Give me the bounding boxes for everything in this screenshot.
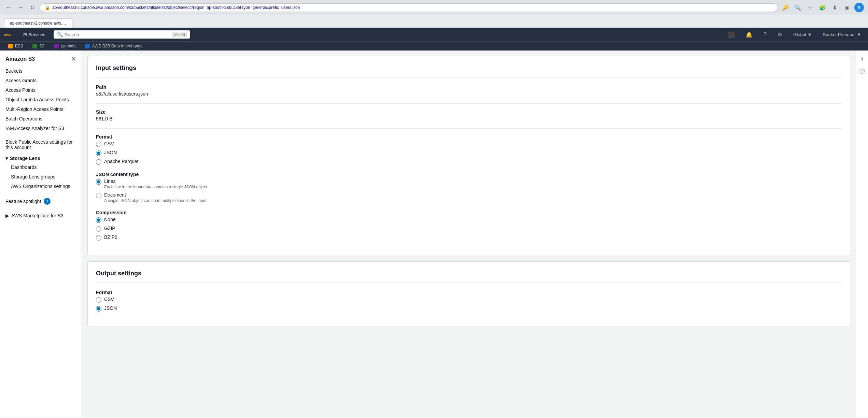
json-lines-radio[interactable] [96, 179, 101, 185]
lambda-badge [54, 44, 59, 48]
sidebar-item-multi-region[interactable]: Multi-Region Access Points [0, 104, 82, 114]
aws-marketplace-chevron: ▶ [5, 213, 9, 218]
search-shortcut: [Alt+S] [172, 32, 187, 37]
b2b-label: AWS B2B Data Interchange [92, 44, 142, 48]
services-menu-button[interactable]: ⊞ Services [20, 31, 48, 39]
service-tab-b2b[interactable]: AWS B2B Data Interchange [81, 42, 146, 51]
sidebar-item-aws-marketplace[interactable]: ▶ AWS Marketplace for S3 [0, 210, 82, 221]
content-area: Input settings Path s3://alluserlist/use… [82, 51, 856, 418]
search-icon: 🔍 [57, 32, 63, 37]
json-content-type-radio-group: Lines Each line in the input data contai… [96, 178, 842, 203]
output-format-label: Format [96, 290, 842, 295]
json-document-radio[interactable] [96, 193, 101, 198]
format-csv-radio[interactable] [96, 142, 101, 147]
compression-none-option[interactable]: None [96, 217, 842, 223]
help-icon[interactable]: ? [761, 30, 769, 39]
region-chevron: ▼ [808, 32, 812, 37]
sidebar-item-aws-org-settings[interactable]: AWS Organizations settings [0, 182, 82, 191]
sidebar-item-buckets[interactable]: Buckets [0, 66, 82, 76]
format-field-group: Format CSV JSON Apache Parquet [96, 134, 842, 165]
sidebar-item-batch-ops[interactable]: Batch Operations [0, 114, 82, 124]
region-selector[interactable]: Global ▼ [790, 31, 814, 39]
zoom-icon[interactable]: 🔍 [793, 3, 802, 12]
search-input[interactable] [65, 32, 170, 37]
json-document-option[interactable]: Document A single JSON object can span m… [96, 192, 842, 203]
right-panel-icon-2[interactable]: 🕐 [858, 67, 866, 75]
sidebar-item-access-grants[interactable]: Access Grants [0, 76, 82, 85]
sidebar-section-storage-lens[interactable]: ▾ Storage Lens [0, 152, 82, 162]
object-lambda-label: Object Lambda Access Points [5, 97, 69, 102]
json-lines-text: Lines Each line in the input data contai… [104, 178, 207, 189]
service-tab-lambda[interactable]: Lambda [50, 42, 80, 51]
back-button[interactable]: ← [4, 3, 14, 12]
sidebar-title: Amazon S3 [5, 56, 35, 62]
output-csv-option[interactable]: CSV [96, 297, 842, 303]
format-json-label: JSON [104, 150, 117, 155]
json-content-type-field-group: JSON content type Lines Each line in the… [96, 172, 842, 203]
feature-spotlight[interactable]: Feature spotlight 7 [0, 195, 82, 207]
storage-lens-chevron: ▾ [5, 156, 8, 161]
user-menu-button[interactable]: Sanket Personal ▼ [820, 31, 864, 39]
output-csv-label: CSV [104, 297, 114, 302]
forward-button[interactable]: → [16, 3, 25, 12]
format-csv-option[interactable]: CSV [96, 141, 842, 147]
format-parquet-radio[interactable] [96, 159, 101, 165]
json-lines-option[interactable]: Lines Each line in the input data contai… [96, 178, 842, 189]
compression-gzip-radio[interactable] [96, 226, 101, 232]
compression-gzip-option[interactable]: GZIP [96, 226, 842, 232]
main-layout: Amazon S3 ✕ Buckets Access Grants Access… [0, 51, 868, 418]
sidebar-item-iam-analyzer[interactable]: IAM Access Analyzer for S3 [0, 124, 82, 133]
active-browser-tab[interactable]: ap-southeast-2.console.aws.amazon.co... [4, 18, 72, 28]
cloudshell-icon[interactable]: ⬛ [725, 30, 738, 39]
aws-logo-svg: aws [4, 31, 15, 38]
url-bar[interactable]: 🔒 ap-southeast-2.console.aws.amazon.com/… [40, 3, 778, 12]
compression-none-label: None [104, 217, 115, 222]
download-icon[interactable]: ⬇ [830, 3, 839, 12]
sidebar: Amazon S3 ✕ Buckets Access Grants Access… [0, 51, 82, 418]
aws-org-settings-label: AWS Organizations settings [11, 184, 70, 189]
size-field-group: Size 561.0 B [96, 109, 842, 121]
bookmark-icon[interactable]: ☆ [805, 3, 815, 12]
service-tab-ec2[interactable]: EC2 [4, 42, 27, 51]
format-json-radio[interactable] [96, 150, 101, 156]
sidebar-item-block-public[interactable]: Block Public Access settings for this ac… [0, 137, 82, 152]
block-public-label: Block Public Access settings for this ac… [5, 139, 76, 150]
browser-actions: 🔑 🔍 ☆ 🧩 ⬇ ▣ S [781, 3, 864, 12]
compression-none-radio[interactable] [96, 217, 101, 223]
browser-tabs: ap-southeast-2.console.aws.amazon.co... [0, 15, 868, 28]
divider-1 [96, 103, 842, 104]
feature-spotlight-label: Feature spotlight [5, 199, 41, 204]
output-settings-title: Output settings [96, 270, 842, 283]
refresh-button[interactable]: ↻ [27, 3, 37, 12]
sidebar-toggle-icon[interactable]: ▣ [842, 3, 852, 12]
sidebar-close-button[interactable]: ✕ [71, 56, 76, 62]
sidebar-item-object-lambda[interactable]: Object Lambda Access Points [0, 95, 82, 104]
service-tab-s3[interactable]: S3 [28, 42, 48, 51]
access-grants-label: Access Grants [5, 78, 37, 83]
output-csv-radio[interactable] [96, 297, 101, 303]
compression-bzip2-option[interactable]: BZIP2 [96, 234, 842, 241]
format-parquet-option[interactable]: Apache Parquet [96, 159, 842, 165]
right-panel-icon-1[interactable]: ℹ [858, 55, 866, 63]
svg-text:aws: aws [4, 33, 11, 37]
output-json-radio[interactable] [96, 306, 101, 312]
format-parquet-label: Apache Parquet [104, 159, 138, 164]
path-label: Path [96, 84, 842, 90]
sidebar-item-access-points[interactable]: Access Points [0, 85, 82, 95]
settings-icon[interactable]: ⚙ [775, 30, 785, 39]
sidebar-item-dashboards[interactable]: Dashboards [0, 162, 82, 172]
access-points-label: Access Points [5, 87, 36, 93]
password-icon[interactable]: 🔑 [781, 3, 790, 12]
output-json-option[interactable]: JSON [96, 305, 842, 312]
format-csv-label: CSV [104, 141, 114, 146]
chrome-user-avatar[interactable]: S [854, 3, 864, 12]
search-bar[interactable]: 🔍 [Alt+S] [54, 30, 190, 39]
extensions-icon[interactable]: 🧩 [817, 3, 827, 12]
compression-bzip2-radio[interactable] [96, 235, 101, 241]
compression-bzip2-label: BZIP2 [104, 234, 117, 240]
compression-radio-group: None GZIP BZIP2 [96, 217, 842, 241]
sidebar-item-storage-lens-groups[interactable]: Storage Lens groups [0, 172, 82, 182]
format-json-option[interactable]: JSON [96, 150, 842, 156]
notifications-icon[interactable]: 🔔 [743, 30, 755, 39]
json-lines-label: Lines [104, 178, 207, 184]
